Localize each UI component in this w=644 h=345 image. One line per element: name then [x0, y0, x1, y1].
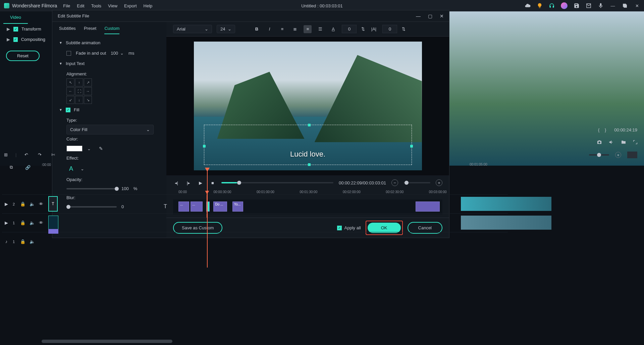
redo-icon[interactable]: ↷ — [36, 151, 43, 158]
main-ruler[interactable]: :00:00 — [42, 163, 510, 170]
align-right[interactable]: → — [84, 87, 92, 95]
text-bounding-box[interactable]: Lucid love. — [204, 125, 412, 165]
align-top-left[interactable]: ↖ — [66, 78, 74, 87]
check-icon[interactable]: ✓ — [13, 37, 18, 42]
menu-file[interactable]: File — [63, 3, 70, 8]
input-text-header[interactable]: ▼ Input Text — [59, 58, 160, 69]
main-playhead[interactable] — [207, 170, 208, 268]
grid-icon[interactable]: ⊞ — [2, 151, 9, 158]
align-bottom-right[interactable]: ↘ — [84, 96, 92, 104]
alignment-grid: ↖ ↑ ↗ ← ⛶ → ↙ ↓ ↘ — [66, 78, 160, 104]
align-center[interactable]: ⛶ — [75, 87, 83, 95]
subtitle-text[interactable]: Lucid love. — [204, 150, 412, 159]
align-top-right[interactable]: ↗ — [84, 78, 92, 87]
horizontal-scrollbar[interactable] — [42, 340, 172, 343]
copy-icon[interactable]: ⧉ — [7, 164, 15, 171]
transform-item[interactable]: ▶ ✓ Transform — [0, 24, 52, 34]
fullscreen-icon[interactable] — [633, 139, 638, 146]
zoom-in-icon[interactable]: + — [615, 152, 621, 158]
ruler-tick: :00:00 — [42, 163, 51, 167]
text-color-icon[interactable]: A — [329, 25, 337, 33]
selected-title-clip[interactable]: T — [48, 196, 58, 212]
video-clip[interactable] — [461, 197, 551, 211]
menu-tools[interactable]: Tools — [91, 3, 101, 8]
align-top[interactable]: ↑ — [75, 78, 83, 87]
dialog-maximize-icon[interactable]: ▢ — [428, 13, 432, 19]
align-justify-icon[interactable]: ☰ — [316, 25, 324, 33]
visibility-icon[interactable]: 👁 — [39, 220, 45, 225]
align-center-icon[interactable]: ≣ — [291, 25, 299, 33]
main-ruler-right[interactable]: 00:01:05:00 — [449, 163, 644, 171]
subtitle-preview[interactable]: Lucid love. — [166, 37, 449, 175]
align-left-icon[interactable]: ≡ — [278, 25, 286, 33]
headphones-icon[interactable] — [549, 3, 555, 9]
cloud-icon[interactable] — [525, 3, 531, 9]
tab-subtitles[interactable]: Subtitles — [59, 26, 76, 34]
chevron-down-icon[interactable]: ⌄ — [87, 146, 91, 151]
size-dropdown[interactable]: 24⌄ — [217, 25, 235, 33]
video-track-1[interactable]: ▶ 1 🔒 🔈 👁 — [2, 213, 508, 232]
fade-value-dropdown[interactable]: 100⌄ — [111, 51, 124, 56]
type-dropdown[interactable]: Color Fill⌄ — [66, 125, 154, 134]
eyedropper-icon[interactable]: ✎ — [99, 146, 103, 151]
video-tab[interactable]: Video — [3, 11, 28, 24]
align-bottom-left[interactable]: ↙ — [66, 96, 74, 104]
video-clip[interactable] — [48, 216, 58, 230]
maximize-icon[interactable] — [622, 3, 628, 9]
close-icon[interactable]: ✕ — [634, 3, 640, 9]
fade-checkbox[interactable] — [66, 51, 71, 56]
align-left[interactable]: ← — [66, 87, 74, 95]
subtitle-animation-header[interactable]: ▼ Subtitle animation — [59, 37, 160, 49]
stepper-icon-2[interactable]: ⇅ — [402, 26, 406, 32]
fill-checkbox[interactable]: ✓ — [66, 108, 70, 112]
letter-spacing-icon[interactable]: |A| — [370, 25, 378, 33]
save-icon[interactable] — [574, 3, 580, 9]
mute-icon[interactable]: 🔈 — [30, 220, 36, 225]
dialog-minimize-icon[interactable]: — — [416, 13, 421, 19]
mail-icon[interactable] — [586, 3, 592, 9]
waveform-icon[interactable] — [627, 152, 637, 158]
menu-view[interactable]: View — [108, 3, 117, 8]
video-track-2[interactable]: ▶ 2 🔒 🔈 👁 T — [2, 194, 508, 213]
italic-icon[interactable]: I — [265, 25, 273, 33]
user-avatar[interactable] — [561, 2, 568, 9]
align-right-icon[interactable]: ≡ — [304, 25, 312, 33]
lock-icon[interactable]: 🔒 — [20, 239, 26, 244]
bold-icon[interactable]: B — [253, 25, 261, 33]
video-clip[interactable] — [461, 216, 551, 230]
tab-preset[interactable]: Preset — [84, 26, 97, 34]
minimize-icon[interactable]: — — [610, 3, 616, 9]
zoom-slider[interactable] — [589, 154, 609, 156]
spacing-input-2[interactable] — [382, 25, 397, 33]
mute-icon[interactable]: 🔈 — [30, 202, 36, 207]
snapshot-icon[interactable] — [596, 139, 602, 146]
reset-button[interactable]: Reset — [6, 51, 40, 61]
mic-icon[interactable] — [598, 3, 604, 9]
align-bottom[interactable]: ↓ — [75, 96, 83, 104]
link-icon[interactable]: 🔗 — [24, 164, 32, 171]
folder-icon[interactable] — [621, 139, 627, 146]
lightbulb-icon[interactable] — [537, 3, 543, 9]
color-swatch[interactable] — [66, 146, 83, 152]
menu-export[interactable]: Export — [124, 3, 137, 8]
mute-icon[interactable]: 🔈 — [30, 239, 36, 244]
visibility-icon[interactable]: 👁 — [39, 202, 45, 207]
check-icon[interactable]: ✓ — [13, 27, 18, 32]
dialog-close-icon[interactable]: ✕ — [440, 13, 444, 19]
tab-custom[interactable]: Custom — [104, 26, 119, 34]
font-dropdown[interactable]: Arial⌄ — [173, 25, 212, 33]
volume-icon[interactable] — [608, 139, 614, 146]
kerning-icon[interactable] — [240, 25, 248, 33]
menu-edit[interactable]: Edit — [77, 3, 84, 8]
spacing-input-1[interactable] — [342, 25, 357, 33]
undo-icon[interactable]: ↶ — [22, 151, 30, 158]
marker-braces[interactable]: { } — [598, 127, 608, 132]
stepper-icon[interactable]: ⇅ — [361, 26, 365, 32]
audio-track-1[interactable]: ♪ 1 🔒 🔈 — [2, 232, 508, 251]
lock-icon[interactable]: 🔒 — [20, 220, 26, 225]
menu-help[interactable]: Help — [144, 3, 153, 8]
cut-icon[interactable]: ✄ — [49, 151, 57, 158]
lock-icon[interactable]: 🔒 — [20, 202, 26, 207]
fill-header[interactable]: ▼ ✓ Fill — [59, 104, 160, 116]
compositing-item[interactable]: ▶ ✓ Compositing — [0, 34, 52, 45]
